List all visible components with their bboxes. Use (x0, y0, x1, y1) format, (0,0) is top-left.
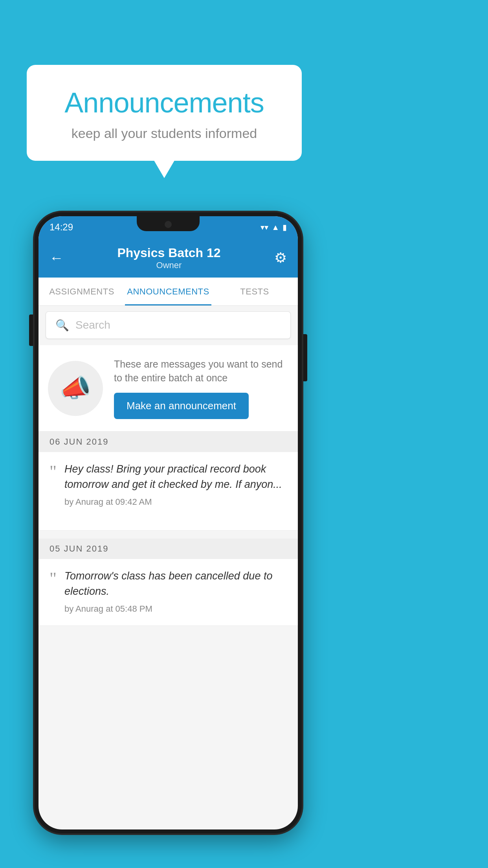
promo-description: These are messages you want to send to t… (114, 357, 288, 385)
tab-tests[interactable]: TESTS (211, 278, 298, 305)
status-icons: ▾▾ ▲ ▮ (261, 223, 287, 232)
announcement-promo: 📣 These are messages you want to send to… (39, 345, 298, 432)
batch-role: Owner (117, 260, 220, 270)
quote-icon-1: " (50, 463, 57, 480)
wifi-icon: ▾▾ (261, 223, 268, 232)
announcement-text-1: Hey class! Bring your practical record b… (64, 462, 287, 492)
announcement-item-2[interactable]: " Tomorrow's class has been cancelled du… (39, 559, 298, 626)
search-placeholder: Search (75, 319, 110, 331)
batch-title: Physics Batch 12 (117, 246, 220, 260)
announcement-content-1: Hey class! Bring your practical record b… (64, 462, 287, 507)
announcement-text-2: Tomorrow's class has been cancelled due … (64, 568, 287, 599)
search-icon: 🔍 (55, 319, 69, 332)
app-header: ← Physics Batch 12 Owner ⚙ (39, 238, 298, 278)
announcement-meta-2: by Anurag at 05:48 PM (64, 604, 287, 614)
date-divider-2: 05 JUN 2019 (39, 539, 298, 559)
header-center: Physics Batch 12 Owner (117, 246, 220, 270)
search-container[interactable]: 🔍 Search (46, 311, 291, 339)
speech-bubble-container: Announcements keep all your students inf… (27, 65, 302, 161)
bubble-title: Announcements (50, 86, 278, 119)
date-divider-1: 06 JUN 2019 (39, 432, 298, 452)
announcement-content-2: Tomorrow's class has been cancelled due … (64, 568, 287, 614)
phone-frame: 14:29 ▾▾ ▲ ▮ ← Physics Batch 12 Owner ⚙ (35, 212, 302, 833)
date-label-1: 06 JUN 2019 (50, 437, 108, 447)
phone-notch (137, 216, 200, 231)
camera-dot (165, 221, 172, 228)
settings-icon[interactable]: ⚙ (274, 250, 287, 266)
search-bar[interactable]: 🔍 Search (46, 311, 291, 339)
signal-icon: ▲ (272, 223, 279, 232)
quote-icon-2: " (50, 570, 57, 587)
speech-bubble: Announcements keep all your students inf… (27, 65, 302, 161)
announcement-item-1[interactable]: " Hey class! Bring your practical record… (39, 452, 298, 531)
promo-icon-circle: 📣 (48, 361, 103, 416)
status-time: 14:29 (50, 222, 73, 233)
date-label-2: 05 JUN 2019 (50, 544, 108, 554)
phone-mockup: 14:29 ▾▾ ▲ ▮ ← Physics Batch 12 Owner ⚙ (35, 212, 302, 833)
phone-screen: 14:29 ▾▾ ▲ ▮ ← Physics Batch 12 Owner ⚙ (39, 216, 298, 829)
back-button[interactable]: ← (50, 250, 64, 266)
tabs-bar: ASSIGNMENTS ANNOUNCEMENTS TESTS (39, 278, 298, 306)
tab-assignments[interactable]: ASSIGNMENTS (39, 278, 125, 305)
megaphone-icon: 📣 (60, 373, 91, 403)
battery-icon: ▮ (283, 223, 287, 232)
tab-announcements[interactable]: ANNOUNCEMENTS (125, 278, 211, 305)
announcement-meta-1: by Anurag at 09:42 AM (64, 497, 287, 507)
bubble-subtitle: keep all your students informed (50, 126, 278, 141)
promo-content: These are messages you want to send to t… (114, 357, 288, 419)
make-announcement-button[interactable]: Make an announcement (114, 393, 249, 419)
